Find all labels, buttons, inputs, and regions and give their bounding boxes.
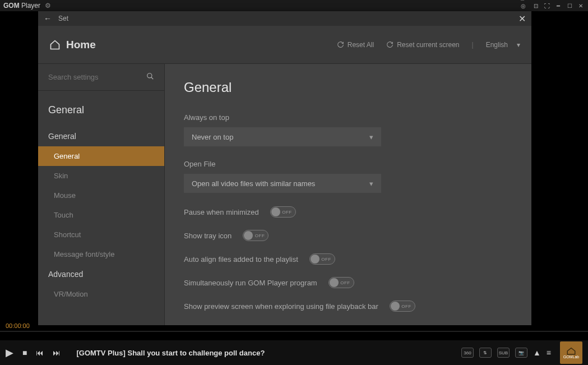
marquee-text: [GOMTV Plus] Shall you start to challeng…	[76, 349, 265, 357]
toggle-pause-minimized[interactable]: OFF	[270, 206, 296, 218]
eq-button[interactable]: ⇅	[479, 348, 492, 358]
prev-button[interactable]: ⏮	[36, 348, 44, 357]
screenshot-button[interactable]: 📷	[515, 348, 527, 358]
toggle-knob	[391, 302, 400, 311]
toggle-preview-screen[interactable]: OFF	[390, 301, 415, 312]
toggle-knob	[244, 231, 253, 240]
page-title: General	[184, 80, 512, 95]
toggle-label-auto-align: Auto align files added to the playlist	[184, 255, 298, 264]
sidebar-item-message-font[interactable]: Message font/style	[38, 244, 164, 264]
caret-down-icon: ▾	[517, 41, 520, 49]
eject-icon[interactable]: ▲	[533, 348, 541, 357]
dialog-close-icon[interactable]: ✕	[518, 13, 526, 24]
caret-down-icon: ▾	[369, 133, 373, 141]
dialog-header: Home Reset All Reset current screen | En…	[38, 26, 531, 64]
play-button[interactable]: ▶	[6, 346, 13, 359]
sidebar-item-vr-motion[interactable]: VR/Motion	[38, 284, 164, 304]
toggle-label-pause-minimized: Pause when minimized	[184, 208, 259, 216]
search-icon[interactable]	[146, 72, 154, 82]
reset-icon	[337, 41, 344, 48]
sidebar-category: General	[38, 104, 164, 126]
toggle-simul-run[interactable]: OFF	[328, 277, 354, 288]
vr360-button[interactable]: 360	[461, 348, 474, 358]
always-on-top-select[interactable]: Never on top ▾	[184, 127, 381, 146]
pip-icon[interactable]: ⊡	[532, 2, 540, 9]
time-display: 00:00:00	[6, 322, 30, 329]
open-file-label: Open File	[184, 160, 512, 168]
dialog-top-bar: ← Set ✕	[38, 11, 531, 26]
sidebar-item-mouse[interactable]: Mouse	[38, 186, 164, 205]
player-controls: ▶ ■ ⏮ ⏭ [GOMTV Plus] Shall you start to …	[0, 340, 588, 365]
gear-icon[interactable]: ⚙	[45, 2, 51, 10]
seek-bar[interactable]	[0, 331, 588, 332]
sidebar-item-shortcut[interactable]: Shortcut	[38, 225, 164, 244]
app-title: GOM Player	[3, 2, 40, 10]
window-close-icon[interactable]: ✕	[577, 2, 585, 9]
subtitle-button[interactable]: SUB	[497, 348, 510, 358]
sidebar-section-advanced[interactable]: Advanced	[38, 264, 164, 284]
search-row	[38, 64, 164, 91]
divider: |	[472, 41, 474, 49]
stop-button[interactable]: ■	[22, 348, 27, 357]
home-label: Home	[66, 39, 96, 51]
open-file-select[interactable]: Open all video files with similar names …	[184, 174, 381, 193]
svg-point-0	[147, 73, 152, 78]
toggle-knob	[271, 207, 280, 216]
toggle-label-preview-screen: Show preview screen when exploring using…	[184, 302, 378, 311]
sidebar-item-general[interactable]: General	[38, 146, 164, 166]
maximize-icon[interactable]: ☐	[566, 2, 573, 9]
sidebar-item-skin[interactable]: Skin	[38, 166, 164, 186]
svg-line-1	[151, 77, 154, 80]
back-arrow-icon[interactable]: ←	[44, 14, 52, 23]
settings-dialog: ← Set ✕ Home Reset All Reset current scr…	[38, 11, 531, 325]
toggle-label-tray-icon: Show tray icon	[184, 232, 232, 240]
settings-sidebar: General General General Skin Mouse Touch…	[38, 64, 165, 325]
caret-down-icon: ▾	[369, 179, 373, 188]
search-input[interactable]	[48, 73, 138, 81]
settings-main: General Always on top Never on top ▾ Ope…	[165, 64, 531, 325]
home-icon	[49, 39, 61, 50]
dialog-title: Set	[58, 15, 68, 22]
toggle-auto-align[interactable]: OFF	[309, 253, 335, 265]
sidebar-item-touch[interactable]: Touch	[38, 205, 164, 225]
app-titlebar: GOM Player ⚙ ━ ◎ ─ ⊡ ⛶ ━ ☐ ✕	[0, 0, 588, 11]
toggle-knob	[330, 278, 339, 287]
toggle-knob	[311, 255, 320, 264]
home-button[interactable]: Home	[49, 39, 96, 51]
gomlab-button[interactable]: GOMLab	[560, 341, 582, 364]
toggle-tray-icon[interactable]: OFF	[243, 230, 268, 241]
reset-icon	[386, 41, 393, 48]
toggle-label-simul-run: Simultaneously run GOM Player program	[184, 279, 317, 287]
reset-current-button[interactable]: Reset current screen	[386, 41, 459, 49]
fullscreen-icon[interactable]: ⛶	[543, 2, 551, 9]
reset-all-button[interactable]: Reset All	[337, 41, 374, 49]
next-button[interactable]: ⏭	[53, 348, 61, 357]
always-on-top-label: Always on top	[184, 113, 512, 122]
sidebar-section-general[interactable]: General	[38, 126, 164, 146]
minimize-icon[interactable]: ━	[554, 2, 562, 9]
volume-indicator-icon[interactable]: ━ ◎ ─	[521, 2, 529, 9]
language-select[interactable]: English ▾	[486, 41, 520, 49]
menu-icon[interactable]: ≡	[547, 348, 551, 357]
